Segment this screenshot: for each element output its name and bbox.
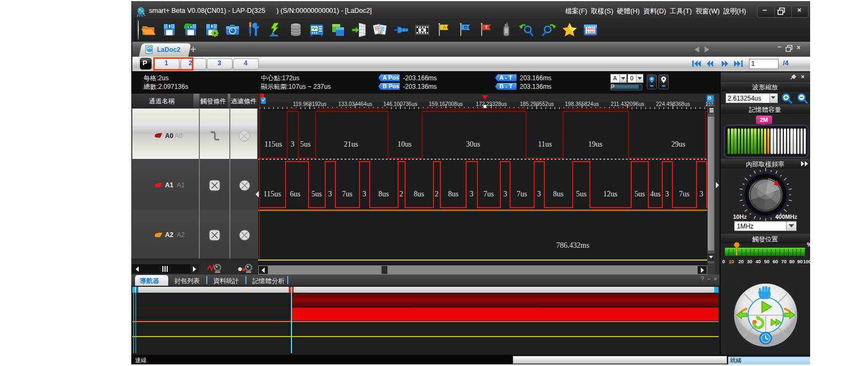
svg-text:211.432096us: 211.432096us (611, 101, 645, 107)
svg-text:115us: 115us (264, 190, 281, 198)
svg-text:198.365824us: 198.365824us (565, 101, 598, 107)
svg-text:115us: 115us (265, 140, 282, 148)
svg-text:5us: 5us (300, 140, 310, 148)
svg-text:T: T (485, 25, 488, 30)
svg-text:5us: 5us (634, 190, 645, 198)
svg-text:29us: 29us (671, 140, 685, 148)
svg-text:786.432ms: 786.432ms (556, 241, 589, 249)
svg-text:A: A (443, 25, 446, 30)
svg-text:3: 3 (700, 190, 704, 198)
svg-text:21us: 21us (344, 140, 358, 148)
svg-text:7us: 7us (342, 190, 352, 198)
svg-text:8us: 8us (378, 190, 388, 198)
svg-text:12us: 12us (603, 190, 617, 198)
svg-text:7us: 7us (483, 190, 493, 198)
svg-text:19us: 19us (588, 140, 602, 148)
svg-text:3: 3 (328, 190, 332, 198)
svg-text:0101: 0101 (587, 31, 595, 35)
svg-text:5us: 5us (311, 190, 321, 198)
svg-text:8us: 8us (553, 190, 563, 198)
svg-text:7us: 7us (517, 190, 527, 198)
svg-text:3: 3 (665, 190, 669, 198)
svg-text:5us: 5us (576, 190, 586, 198)
svg-text:224.498368us: 224.498368us (656, 101, 690, 107)
svg-text:3: 3 (537, 190, 541, 198)
svg-text:159.167008us: 159.167008us (429, 101, 462, 107)
svg-text:3: 3 (504, 190, 507, 198)
svg-text:B: B (464, 25, 468, 30)
svg-text:6us: 6us (290, 190, 300, 198)
svg-text:7us: 7us (679, 190, 689, 198)
svg-text:4us: 4us (650, 190, 660, 198)
svg-text:8us: 8us (448, 190, 458, 198)
svg-text:2: 2 (400, 190, 403, 198)
svg-text:30us: 30us (466, 140, 480, 148)
svg-text:172.23328us: 172.23328us (476, 101, 507, 107)
svg-text:133.034464us: 133.034464us (338, 101, 372, 107)
svg-text:119.968192us: 119.968192us (293, 101, 327, 107)
svg-text:2: 2 (435, 190, 439, 198)
svg-text:3: 3 (470, 190, 474, 198)
svg-text:8us: 8us (414, 190, 424, 198)
svg-text:185.299552us: 185.299552us (520, 101, 553, 107)
svg-text:10us: 10us (398, 140, 411, 148)
svg-text:146.100736us: 146.100736us (383, 101, 417, 107)
svg-text:3: 3 (291, 140, 295, 148)
svg-text:3: 3 (363, 190, 366, 198)
svg-text:11us: 11us (538, 140, 552, 148)
